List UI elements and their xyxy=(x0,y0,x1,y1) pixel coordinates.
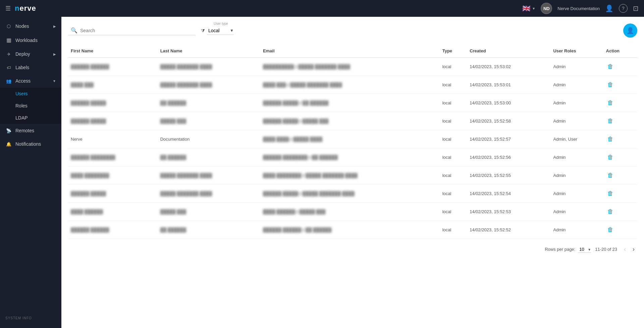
cell-email: ██████ ██████@██ ██████ xyxy=(260,221,440,239)
table-row: ████ ███ █████ ███████ ████ ████ ███@███… xyxy=(68,76,637,94)
cell-first-name: ████ ██████ xyxy=(68,203,158,221)
delete-button[interactable]: 🗑 xyxy=(606,171,615,180)
cell-action: 🗑 xyxy=(603,94,637,112)
cell-created: 14/02/2023, 15:52:55 xyxy=(467,167,550,185)
sidebar-item-users[interactable]: Users xyxy=(0,88,61,100)
sidebar-item-deploy[interactable]: ✈ Deploy ▶ xyxy=(0,47,61,61)
delete-button[interactable]: 🗑 xyxy=(606,189,615,198)
cell-email: ████ ████████@█████ ███████ ████ xyxy=(260,167,440,185)
table-row: ████ ████████ █████ ███████ ████ ████ ██… xyxy=(68,167,637,185)
sidebar-item-nodes[interactable]: ⬡ Nodes ▶ xyxy=(0,19,61,33)
deploy-icon: ✈ xyxy=(5,52,12,57)
cell-email: ████ ███@█████ ███████ ████ xyxy=(260,76,440,94)
cell-created: 14/02/2023, 15:53:00 xyxy=(467,94,550,112)
cell-user-roles: Admin xyxy=(550,76,603,94)
doc-link-text: Nerve Documentation xyxy=(557,6,600,11)
delete-button[interactable]: 🗑 xyxy=(606,116,615,126)
access-icon: 👥 xyxy=(5,79,12,84)
roles-label: Roles xyxy=(15,103,28,108)
language-selector[interactable]: 🇬🇧 ▼ xyxy=(522,4,535,12)
sidebar-item-remotes[interactable]: 📡 Remotes xyxy=(0,124,61,137)
cell-first-name: ██████ ████████ xyxy=(68,148,158,167)
system-info[interactable]: SYSTEM INFO xyxy=(0,311,61,325)
cell-type: local xyxy=(440,185,467,203)
cell-first-name: ██████ █████ xyxy=(68,185,158,203)
cell-last-name: █████ ███████ ████ xyxy=(158,185,260,203)
col-email: Email xyxy=(260,44,440,58)
next-page-button[interactable]: › xyxy=(630,244,637,254)
labels-icon: 🏷 xyxy=(5,65,12,70)
pagination: Rows per page: 10 20 50 ▼ 11-20 of 23 ‹ … xyxy=(68,244,637,254)
cell-email: ██████ █████@█████ ███████ ████ xyxy=(260,185,440,203)
cell-user-roles: Admin xyxy=(550,167,603,185)
filter-icon: ⧩ xyxy=(201,28,205,34)
cell-created: 14/02/2023, 15:53:01 xyxy=(467,76,550,94)
sidebar-item-workloads[interactable]: ▦ Workloads xyxy=(0,33,61,47)
sidebar-item-roles[interactable]: Roles xyxy=(0,100,61,112)
user-type-select[interactable]: Local LDAP All xyxy=(207,27,234,35)
cell-created: 14/02/2023, 15:52:57 xyxy=(467,130,550,148)
sidebar-item-labels[interactable]: 🏷 Labels xyxy=(0,61,61,74)
cell-action: 🗑 xyxy=(603,112,637,130)
sidebar-item-access[interactable]: 👥 Access ▼ xyxy=(0,74,61,88)
delete-button[interactable]: 🗑 xyxy=(606,225,615,235)
logout-icon[interactable]: ⊡ xyxy=(633,4,639,12)
cell-action: 🗑 xyxy=(603,76,637,94)
page-navigation: ‹ › xyxy=(621,244,637,254)
cell-action: 🗑 xyxy=(603,185,637,203)
delete-button[interactable]: 🗑 xyxy=(606,62,615,72)
cell-created: 14/02/2023, 15:52:58 xyxy=(467,112,550,130)
delete-button[interactable]: 🗑 xyxy=(606,207,615,217)
cell-last-name: ██ ██████ xyxy=(158,148,260,167)
cell-type: local xyxy=(440,203,467,221)
cell-action: 🗑 xyxy=(603,167,637,185)
prev-page-button[interactable]: ‹ xyxy=(621,244,629,254)
cell-last-name: ██ ██████ xyxy=(158,94,260,112)
cell-user-roles: Admin xyxy=(550,94,603,112)
help-icon[interactable]: ? xyxy=(619,4,628,13)
search-input[interactable] xyxy=(80,28,193,33)
nerve-documentation-link[interactable]: Nerve Documentation xyxy=(557,6,600,11)
col-last-name: Last Name xyxy=(158,44,260,58)
users-label: Users xyxy=(15,91,28,96)
main-content: 🔍 ⧩ User type Local LDAP All ▼ 👤 xyxy=(61,17,644,328)
cell-first-name: ██████ ██████ xyxy=(68,221,158,239)
delete-button[interactable]: 🗑 xyxy=(606,80,615,90)
avatar[interactable]: ND xyxy=(541,3,552,14)
delete-button[interactable]: 🗑 xyxy=(606,98,615,108)
delete-button[interactable]: 🗑 xyxy=(606,134,615,144)
cell-action: 🗑 xyxy=(603,221,637,239)
cell-first-name: ██████ █████ xyxy=(68,94,158,112)
cell-last-name: █████ ███ xyxy=(158,203,260,221)
cell-type: local xyxy=(440,167,467,185)
cell-last-name: Documentation xyxy=(158,130,260,148)
delete-button[interactable]: 🗑 xyxy=(606,152,615,162)
add-user-button[interactable]: 👤 xyxy=(623,24,637,38)
cell-user-roles: Admin xyxy=(550,221,603,239)
nodes-icon: ⬡ xyxy=(5,24,12,29)
cell-first-name: Nerve xyxy=(68,130,158,148)
cell-user-roles: Admin xyxy=(550,203,603,221)
sidebar-item-ldap[interactable]: LDAP xyxy=(0,112,61,124)
col-type: Type xyxy=(440,44,467,58)
cell-type: local xyxy=(440,112,467,130)
sidebar-item-label: Notifications xyxy=(15,141,41,147)
add-user-icon: 👤 xyxy=(627,27,634,34)
cell-first-name: ██████ ██████ xyxy=(68,58,158,76)
cell-action: 🗑 xyxy=(603,130,637,148)
cell-email: ██████ █████@█████ ███ xyxy=(260,112,440,130)
rows-per-page-select[interactable]: 10 20 50 xyxy=(578,246,591,253)
cell-action: 🗑 xyxy=(603,148,637,167)
cell-email: ██████████@█████ ███████ ████ xyxy=(260,58,440,76)
user-icon[interactable]: 👤 xyxy=(605,4,613,12)
search-box[interactable]: 🔍 xyxy=(68,26,196,35)
cell-email: ████ ██████@█████ ███ xyxy=(260,203,440,221)
chevron-down-icon: ▼ xyxy=(532,7,535,10)
sidebar-item-notifications[interactable]: 🔔 Notifications xyxy=(0,137,61,151)
search-icon: 🔍 xyxy=(71,27,77,34)
rows-per-page-control: Rows per page: 10 20 50 ▼ xyxy=(545,246,591,253)
table-row: ████ ██████ █████ ███ ████ ██████@█████ … xyxy=(68,203,637,221)
app-logo: nerve xyxy=(15,4,36,13)
cell-email: ██████ ████████@██ ██████ xyxy=(260,148,440,167)
hamburger-menu[interactable]: ☰ xyxy=(5,5,11,12)
